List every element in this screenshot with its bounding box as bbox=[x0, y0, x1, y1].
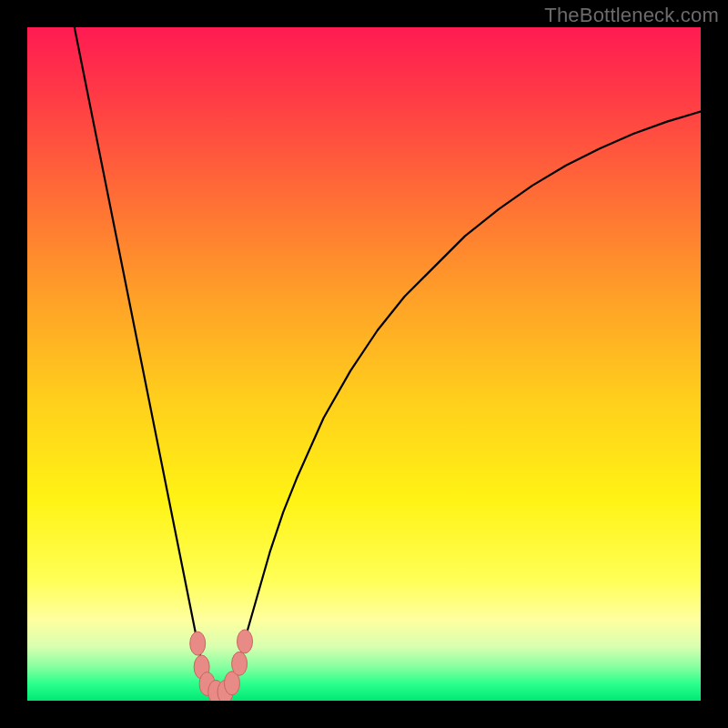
curve-marker bbox=[190, 632, 206, 655]
plot-area bbox=[27, 27, 701, 701]
curve-marker bbox=[232, 652, 248, 675]
chart-frame: TheBottleneck.com bbox=[0, 0, 728, 728]
watermark-text: TheBottleneck.com bbox=[544, 4, 719, 27]
gradient-background bbox=[27, 27, 701, 701]
curve-marker bbox=[238, 630, 253, 653]
chart-svg bbox=[27, 27, 701, 701]
